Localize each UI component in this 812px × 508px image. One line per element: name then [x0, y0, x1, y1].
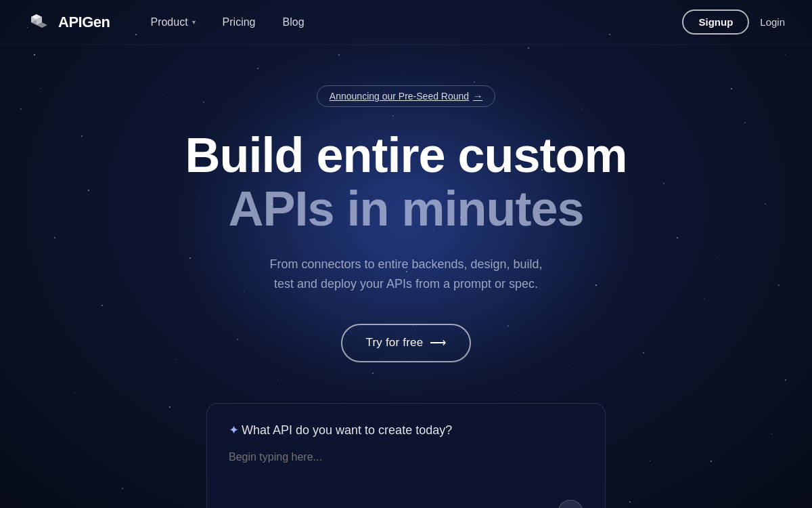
announcement-text: Announcing our Pre-Seed Round — [330, 91, 469, 102]
api-card-footer: → — [229, 500, 583, 508]
nav-item-blog[interactable]: Blog — [269, 0, 318, 45]
logo-link[interactable]: APIGen — [27, 10, 110, 35]
nav-links: Product ▾ Pricing Blog — [137, 0, 682, 45]
main-content: Announcing our Pre-Seed Round → Build en… — [0, 45, 812, 508]
navbar: APIGen Product ▾ Pricing Blog Signup Log… — [0, 0, 812, 45]
chevron-down-icon: ▾ — [192, 18, 196, 26]
logo-text: APIGen — [58, 14, 110, 31]
send-arrow-icon: → — [564, 505, 577, 508]
api-card-title: ✦What API do you want to create today? — [229, 423, 583, 438]
logo-icon — [27, 10, 51, 35]
api-input[interactable] — [229, 451, 583, 492]
send-button[interactable]: → — [558, 500, 583, 508]
hero-line1: Build entire custom — [185, 129, 627, 182]
login-button[interactable]: Login — [760, 16, 785, 28]
nav-item-product[interactable]: Product ▾ — [137, 0, 208, 45]
nav-actions: Signup Login — [682, 9, 785, 35]
announcement-arrow: → — [473, 91, 482, 102]
cta-label: Try for free — [365, 336, 423, 350]
sparkle-icon: ✦ — [229, 423, 239, 437]
cta-button[interactable]: Try for free ⟶ — [341, 324, 470, 362]
hero-subtext: From connectors to entire backends, desi… — [269, 255, 542, 294]
hero-heading: Build entire custom APIs in minutes — [185, 129, 627, 236]
announcement-badge[interactable]: Announcing our Pre-Seed Round → — [317, 85, 495, 107]
hero-line2: APIs in minutes — [185, 182, 627, 236]
nav-item-pricing[interactable]: Pricing — [209, 0, 269, 45]
cta-arrow-icon: ⟶ — [430, 336, 446, 350]
signup-button[interactable]: Signup — [682, 9, 749, 35]
api-creator-card: ✦What API do you want to create today? → — [206, 403, 606, 508]
